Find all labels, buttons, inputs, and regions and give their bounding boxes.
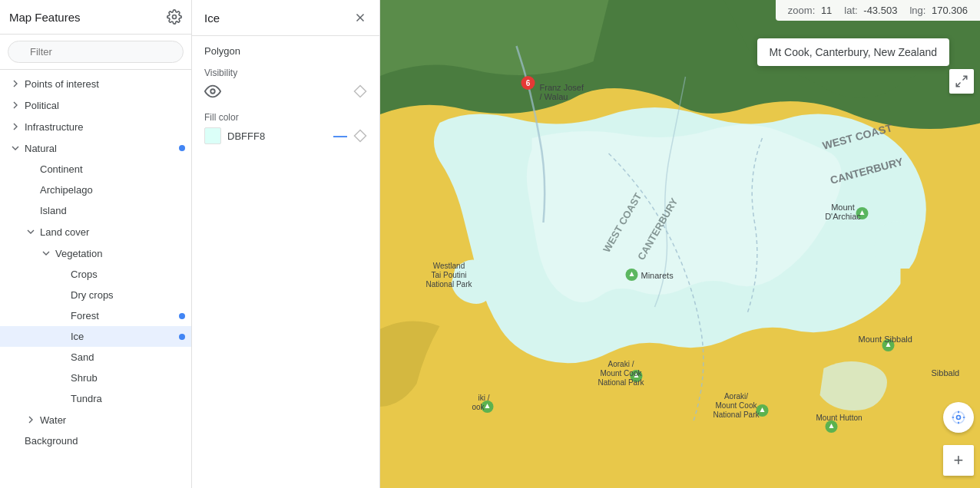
- lng-text: lng:: [909, 5, 925, 16]
- sidebar-item-infrastructure[interactable]: Infrastructure: [0, 116, 191, 137]
- svg-text:/ Walau: / Walau: [540, 92, 568, 101]
- svg-text:Tai Poutini: Tai Poutini: [431, 271, 466, 279]
- location-button[interactable]: [943, 402, 974, 433]
- active-dot: [179, 313, 185, 319]
- sidebar-item-label: Infrastructure: [25, 121, 185, 133]
- svg-text:Sibbald: Sibbald: [932, 368, 960, 378]
- sidebar-item-label: Background: [25, 435, 185, 447]
- svg-text:National Park: National Park: [425, 280, 472, 289]
- fill-diamond-icon: [353, 129, 367, 143]
- close-icon[interactable]: [353, 11, 367, 25]
- detail-body: Polygon Visibility Fill color DBFFF8 —: [192, 36, 379, 166]
- sidebar-item-land-cover[interactable]: Land cover: [0, 221, 191, 242]
- sidebar-item-vegetation[interactable]: Vegetation: [0, 242, 191, 264]
- chevron-right-icon: [9, 120, 22, 133]
- svg-point-0: [173, 15, 177, 19]
- sidebar-item-natural[interactable]: Natural: [0, 137, 191, 159]
- svg-text:Mount Cook: Mount Cook: [601, 369, 643, 378]
- active-dot: [179, 145, 185, 151]
- chevron-right-icon: [9, 77, 22, 90]
- svg-point-47: [953, 412, 965, 424]
- detail-header: Ice: [192, 0, 379, 36]
- map-topbar: zoom: 11 lat: -43.503 lng: 170.306: [776, 0, 980, 21]
- zoom-value: 11: [821, 5, 832, 16]
- lat-text: lat:: [844, 5, 857, 16]
- sidebar-item-archipelago[interactable]: Archipelago: [0, 180, 191, 200]
- active-dot: [179, 334, 185, 340]
- lat-value: -43.503: [863, 5, 897, 16]
- lng-label: lng: 170.306: [909, 5, 968, 16]
- svg-text:Franz Josef: Franz Josef: [540, 83, 584, 92]
- zoom-text: zoom:: [788, 5, 815, 16]
- svg-text:Mount Sibbald: Mount Sibbald: [859, 335, 912, 344]
- svg-text:Mount Hutton: Mount Hutton: [816, 414, 862, 422]
- sidebar-item-label: Political: [25, 100, 185, 111]
- fullscreen-button[interactable]: [949, 69, 974, 94]
- sidebar-item-ice[interactable]: Ice: [0, 326, 191, 347]
- plus-icon: +: [954, 452, 964, 469]
- chevron-right-icon: [25, 414, 37, 426]
- sidebar-item-continent[interactable]: Continent: [0, 159, 191, 180]
- sidebar-item-sand[interactable]: Sand: [0, 347, 191, 368]
- sidebar-item-label: Tundra: [71, 393, 185, 404]
- sidebar-item-label: Natural: [25, 143, 179, 154]
- map-svg: 6 Franz Josef / Walau WEST COAST CANTERB…: [380, 0, 980, 488]
- sidebar-item-label: Water: [40, 414, 185, 426]
- fill-dash: —: [333, 128, 347, 144]
- sidebar-item-forest[interactable]: Forest: [0, 305, 191, 326]
- sidebar-item-crops[interactable]: Crops: [0, 264, 191, 285]
- eye-icon[interactable]: [204, 83, 221, 100]
- tooltip-text: Mt Cook, Canterbury, New Zealand: [770, 46, 937, 58]
- zoom-label: zoom: 11: [788, 5, 833, 16]
- sidebar-item-label: Sand: [71, 351, 185, 363]
- polygon-label: Polygon: [204, 45, 367, 57]
- map-area[interactable]: 6 Franz Josef / Walau WEST COAST CANTERB…: [380, 0, 980, 488]
- sidebar-item-tundra[interactable]: Tundra: [0, 388, 191, 409]
- sidebar-item-label: Vegetation: [55, 248, 185, 259]
- chevron-down-icon: [9, 142, 22, 154]
- visibility-diamond-icon: [353, 84, 367, 98]
- sidebar-item-label: Crops: [71, 269, 185, 280]
- filter-input[interactable]: [8, 41, 184, 63]
- sidebar-item-label: Land cover: [40, 226, 185, 238]
- fill-color-label: Fill color: [204, 112, 367, 123]
- sidebar-item-label: Continent: [40, 163, 185, 175]
- sidebar-item-shrub[interactable]: Shrub: [0, 368, 191, 388]
- svg-line-44: [963, 76, 967, 80]
- svg-line-45: [956, 83, 960, 87]
- filter-bar: [0, 35, 191, 70]
- sidebar-item-label: Archipelago: [40, 184, 185, 196]
- sidebar-item-island[interactable]: Island: [0, 200, 191, 221]
- svg-marker-8: [355, 130, 366, 142]
- svg-text:Mount Cook: Mount Cook: [716, 401, 758, 410]
- sidebar-item-label: Shrub: [71, 372, 185, 384]
- visibility-row: [204, 83, 367, 100]
- svg-text:6: 6: [526, 79, 531, 87]
- svg-point-6: [210, 89, 215, 94]
- sidebar-item-label: Island: [40, 205, 185, 216]
- fill-color-row: DBFFF8 —: [204, 127, 367, 144]
- color-swatch[interactable]: [204, 127, 221, 144]
- sidebar-item-background[interactable]: Background: [0, 430, 191, 451]
- fullscreen-icon: [955, 74, 968, 88]
- visibility-label: Visibility: [204, 68, 367, 78]
- sidebar-item-points-of-interest[interactable]: Points of interest: [0, 73, 191, 94]
- svg-text:Aoraki/: Aoraki/: [724, 392, 748, 401]
- svg-text:Mount: Mount: [831, 203, 855, 212]
- sidebar-title: Map Features: [9, 11, 81, 24]
- tree-list: Points of interestPoliticalInfrastructur…: [0, 70, 191, 454]
- svg-text:D'Archiac: D'Archiac: [825, 212, 861, 221]
- gear-icon[interactable]: [167, 9, 182, 25]
- lng-value: 170.306: [932, 5, 968, 16]
- sidebar-item-water[interactable]: Water: [0, 409, 191, 430]
- map-tooltip: Mt Cook, Canterbury, New Zealand: [757, 38, 949, 66]
- svg-text:ook: ook: [472, 403, 485, 411]
- svg-text:Westland: Westland: [433, 262, 465, 270]
- sidebar-item-dry-crops[interactable]: Dry crops: [0, 285, 191, 305]
- svg-text:National Park: National Park: [598, 378, 644, 387]
- svg-text:iki /: iki /: [478, 394, 490, 402]
- zoom-in-button[interactable]: +: [943, 445, 974, 476]
- lat-label: lat: -43.503: [844, 5, 897, 16]
- color-value: DBFFF8: [227, 130, 327, 142]
- sidebar-item-political[interactable]: Political: [0, 94, 191, 116]
